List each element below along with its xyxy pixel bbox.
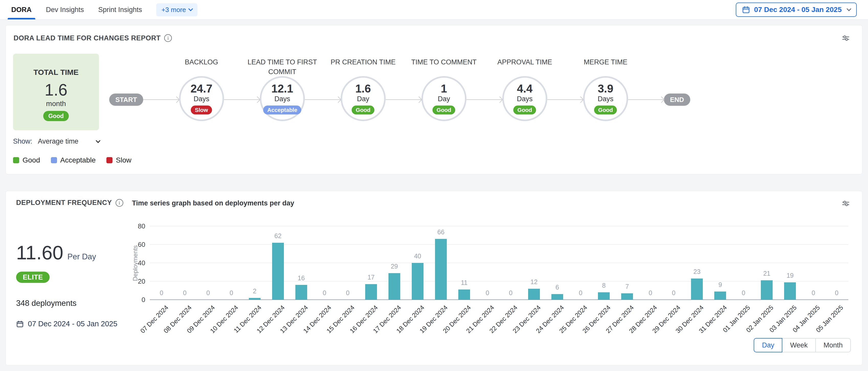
bar-value-label: 0 [509,289,513,297]
bar-slot: 1903 Jan 2025 [778,226,802,300]
bar-value-label: 0 [672,289,675,297]
stage-status-badge: Good [352,105,374,114]
deployment-bar[interactable] [691,278,703,300]
chevron-down-icon [188,6,193,11]
bar-value-label: 21 [763,270,770,277]
granularity-month-button[interactable]: Month [815,338,851,352]
granularity-week-button[interactable]: Week [782,338,816,352]
legend-item-acceptable: Acceptable [51,156,96,164]
tab-dora[interactable]: DORA [11,0,32,20]
stage-label: MERGE TIME [563,57,648,67]
date-range-label: 07 Dec 2024 - 05 Jan 2025 [754,6,842,14]
deployment-bar[interactable] [714,292,726,300]
panel-settings-button[interactable] [841,33,851,43]
legend-label: Acceptable [60,156,96,164]
deployment-rate-value: 11.60 [16,242,63,263]
stage-circle[interactable]: 1DayGood [422,76,466,121]
bar-value-label: 0 [183,289,187,297]
deployment-date-range: 07 Dec 2024 - 05 Jan 2025 [16,319,129,328]
stage-value: 1 [441,83,447,95]
stage-circle[interactable]: 12.1DaysAcceptable [260,76,305,121]
stage-value: 1.6 [355,83,371,95]
stage-circle[interactable]: 4.4DaysGood [502,76,547,121]
stage-circle[interactable]: 3.9DaysGood [583,76,628,121]
bar-slot: 029 Dec 2024 [662,226,685,300]
granularity-day-button[interactable]: Day [754,338,782,352]
stage-unit: Days [194,95,210,103]
dora-dashboard-page: DORA Dev Insights Sprint Insights +3 mor… [0,0,868,371]
deployment-bar[interactable] [365,284,377,300]
y-tick-label: 20 [138,277,145,285]
flow-start-pill: START [109,94,143,106]
bar-slot: 6619 Dec 2024 [429,226,453,300]
stage-backlog: BACKLOG24.7DaysSlow [179,54,224,121]
stage-label: PR CREATION TIME [321,57,405,67]
deployment-bar[interactable] [528,289,540,300]
deployment-bar[interactable] [296,285,307,300]
deployments-total: 348 deployments [16,299,129,308]
bar-slot: 2917 Dec 2024 [382,226,406,300]
bar-value-label: 23 [693,268,701,275]
bar-value-label: 0 [160,289,163,297]
bar-slot: 4018 Dec 2024 [406,226,429,300]
bar-slot: 211 Dec 2024 [243,226,266,300]
bar-value-label: 0 [207,289,210,297]
flow-arrow [305,99,341,100]
show-selected-value: Average time [38,137,79,145]
flow-arrow [386,99,422,100]
bar-slot: 1613 Dec 2024 [289,226,313,300]
stage-merge-time: MERGE TIME3.9DaysGood [583,54,628,121]
calendar-icon [742,6,750,14]
legend-item-slow: Slow [106,156,131,164]
stage-unit: Days [517,95,533,103]
bar-slot: 001 Jan 2025 [732,226,755,300]
bar-slot: 6212 Dec 2024 [266,226,289,300]
total-time-title: TOTAL TIME [13,68,99,77]
deployment-bar[interactable] [435,239,447,300]
total-time-value: 1.6 [13,82,99,98]
deployment-bar[interactable] [784,282,796,300]
deployment-bar[interactable] [551,294,563,300]
show-selector[interactable]: Show: Average time [13,137,862,145]
deployment-bar[interactable] [389,273,400,300]
lead-time-flow: STARTBACKLOG24.7DaysSlowLEAD TIME TO FIR… [109,54,690,121]
stage-label: TIME TO COMMENT [402,57,486,67]
deployment-bar[interactable] [761,280,773,300]
bar-value-label: 7 [625,283,629,290]
panel-settings-button[interactable] [841,198,851,208]
info-icon[interactable] [116,199,123,207]
tab-sprint-insights[interactable]: Sprint Insights [98,0,142,20]
bar-slot: 007 Dec 2024 [150,226,173,300]
deployment-bar[interactable] [412,263,424,300]
deployment-bar[interactable] [621,293,633,300]
info-icon[interactable] [164,34,172,42]
deployment-rate: 11.60 Per Day [16,242,129,263]
lead-time-body: TOTAL TIME 1.6 month Good STARTBACKLOG24… [6,54,862,130]
legend-item-good: Good [13,156,40,164]
bar-slot: 014 Dec 2024 [313,226,336,300]
stage-status-badge: Acceptable [263,105,301,114]
bar-slot: 1223 Dec 2024 [523,226,546,300]
date-range-picker[interactable]: 07 Dec 2024 - 05 Jan 2025 [736,3,857,17]
legend-swatch [106,157,113,163]
deployment-bar[interactable] [598,292,610,300]
bar-value-label: 17 [368,274,375,281]
deployment-bar[interactable] [272,243,284,300]
stage-circle[interactable]: 24.7DaysSlow [179,76,224,121]
chevron-down-icon [846,6,851,11]
stage-circle[interactable]: 1.6DayGood [341,76,386,121]
bar-slot: 009 Dec 2024 [196,226,220,300]
stage-label: BACKLOG [159,57,244,67]
bar-value-label: 40 [414,252,421,260]
y-tick-label: 80 [138,222,145,230]
stage-value: 24.7 [190,83,213,95]
deployment-rate-unit: Per Day [67,252,96,261]
lead-time-panel-header: DORA LEAD TIME FOR CHANGES REPORT [6,25,862,43]
bar-slot: 004 Jan 2025 [802,226,825,300]
deployment-bar[interactable] [249,298,260,300]
stage-lead-time-to-first-commit: LEAD TIME TO FIRST COMMIT12.1DaysAccepta… [260,54,305,121]
flow-arrow [466,99,502,100]
tab-dev-insights[interactable]: Dev Insights [46,0,84,20]
more-tabs-chip[interactable]: +3 more [156,3,197,16]
deployment-bar[interactable] [458,290,470,300]
